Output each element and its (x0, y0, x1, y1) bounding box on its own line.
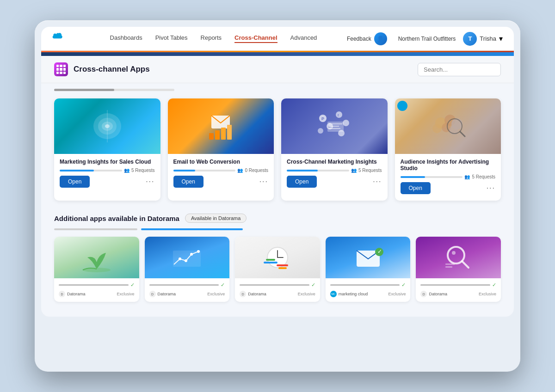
dt-check-icon-4: ✓ (401, 282, 406, 288)
app-open-button-3[interactable]: Open (287, 176, 317, 188)
dt-bar-2 (149, 284, 219, 286)
datorama-tab-2[interactable] (141, 228, 243, 230)
marketing-insights-illustration (89, 110, 126, 142)
datorama-badge[interactable]: Available in Datorama (185, 214, 247, 223)
cross-channel-illustration: P f in (314, 110, 355, 142)
datorama-tabs (54, 228, 501, 230)
dt-card-body-5: ✓ D Datorama Exclusive (416, 278, 501, 302)
audience-insights-illustration (427, 110, 469, 142)
app-card-footer-2: Open ··· (173, 176, 269, 190)
dt-card-2: ✓ D Datorama Exclusive (145, 237, 230, 302)
svg-line-30 (460, 132, 465, 136)
app-card-title-4: Audience Insights for Advertising Studio (401, 159, 496, 172)
app-card-body-1: Marketing Insights for Sales Cloud 👥 5 R… (54, 154, 160, 194)
app-open-button-1[interactable]: Open (60, 176, 90, 188)
dt-exclusive-label-3: Exclusive (298, 292, 315, 296)
svg-rect-51 (445, 266, 452, 268)
nav-reports[interactable]: Reports (201, 34, 222, 43)
app-more-button-3[interactable]: ··· (373, 178, 382, 186)
chart-illustration (168, 241, 205, 274)
nav-pivot-tables[interactable]: Pivot Tables (155, 34, 188, 43)
dt-card-body-2: ✓ D Datorama Exclusive (145, 278, 230, 302)
app-progress-fill-2 (173, 170, 195, 172)
grid-dot (56, 72, 59, 74)
email-illustration: ✓ (350, 241, 387, 274)
dt-bar-1 (59, 284, 129, 286)
app-card-footer-1: Open ··· (60, 176, 155, 190)
clock-illustration (259, 241, 296, 274)
user-menu[interactable]: T Trisha ▾ (463, 32, 503, 46)
dt-card-image-5 (416, 237, 501, 278)
search-input[interactable] (418, 63, 501, 76)
svg-point-31 (83, 268, 111, 272)
dt-provider-label-1: Datorama (67, 292, 86, 296)
svg-text:P: P (321, 116, 324, 121)
app-card-requests-3: 👥 5 Requests (287, 168, 382, 173)
dt-bar-3 (240, 284, 309, 286)
dt-provider-label-4: marketing cloud (339, 292, 368, 296)
app-card-3: P f in (281, 98, 388, 201)
app-more-button-1[interactable]: ··· (146, 178, 154, 186)
datorama-provider-icon-5: D (420, 291, 427, 297)
app-card-image-2 (168, 98, 274, 154)
requests-text-1: 5 Requests (131, 168, 155, 173)
dt-provider-3: D Datorama (240, 291, 266, 297)
dt-footer-3: D Datorama Exclusive (240, 290, 315, 298)
dt-card-image-3 (235, 237, 320, 278)
svg-rect-40 (266, 259, 275, 261)
svg-text:✓: ✓ (377, 248, 382, 255)
dt-card-image-2 (145, 237, 230, 278)
nav-advanced[interactable]: Advanced (290, 34, 317, 43)
dt-card-body-3: ✓ D Datorama Exclusive (235, 278, 320, 302)
dt-check-icon-1: ✓ (130, 282, 135, 288)
grid-dot (60, 68, 62, 70)
app-card-footer-3: Open ··· (287, 176, 382, 190)
svg-point-36 (197, 250, 200, 253)
page-header: Cross-channel Apps (41, 56, 514, 83)
dt-exclusive-label-1: Exclusive (117, 292, 135, 296)
datorama-provider-icon-1: D (59, 291, 65, 297)
blue-header-band (41, 52, 514, 56)
nav-cross-channel[interactable]: Cross-Channel (234, 34, 277, 43)
requests-text-2: 0 Requests (245, 168, 268, 173)
dt-check-icon-5: ✓ (492, 282, 496, 288)
person-icon-2: 👥 (237, 168, 243, 173)
svg-rect-7 (215, 130, 220, 140)
app-card-image-4 (395, 98, 501, 154)
app-progress-fill-1 (60, 170, 94, 172)
dt-footer-4: MC marketing cloud Exclusive (330, 290, 406, 298)
grid-dot (60, 65, 62, 67)
nav-dashboards[interactable]: Dashboards (110, 34, 142, 43)
dt-provider-2: D Datorama (149, 291, 176, 297)
app-card-4: Audience Insights for Advertising Studio… (395, 98, 501, 201)
datorama-header: Additional apps available in Datorama Av… (54, 214, 501, 223)
device-wrapper: Dashboards Pivot Tables Reports Cross-Ch… (35, 20, 520, 372)
grid-icon (54, 62, 68, 76)
app-card-1: Marketing Insights for Sales Cloud 👥 5 R… (54, 98, 160, 201)
svg-line-48 (462, 261, 469, 268)
dt-check-icon-2: ✓ (221, 282, 225, 288)
app-progress-bar-2 (173, 170, 236, 172)
datorama-tab-1[interactable] (54, 228, 137, 230)
dt-provider-label-3: Datorama (248, 292, 266, 296)
user-avatar-icon: T (463, 32, 477, 46)
dt-card-image-1 (54, 237, 139, 278)
app-open-button-2[interactable]: Open (173, 176, 204, 188)
app-card-requests-4: 👥 5 Requests (401, 174, 496, 179)
grid-dot (63, 68, 66, 70)
dt-exclusive-label-2: Exclusive (207, 292, 225, 296)
page-title-area: Cross-channel Apps (54, 62, 150, 76)
dt-card-1: ✓ D Datorama Exclusive (54, 237, 139, 302)
app-more-button-4[interactable]: ··· (487, 184, 495, 192)
app-more-button-2[interactable]: ··· (259, 178, 268, 186)
progress-bar-fill (54, 89, 114, 91)
person-icon-4: 👥 (464, 174, 470, 179)
email-web-illustration (202, 110, 239, 142)
svg-rect-9 (227, 125, 232, 140)
feedback-button[interactable]: Feedback 👤 (347, 32, 387, 45)
datorama-provider-icon-3: D (240, 291, 246, 297)
app-open-button-4[interactable]: Open (401, 182, 431, 194)
svg-rect-43 (278, 267, 287, 269)
app-card-title-3: Cross-Channel Marketing Insights (287, 159, 382, 165)
svg-point-35 (190, 253, 193, 256)
